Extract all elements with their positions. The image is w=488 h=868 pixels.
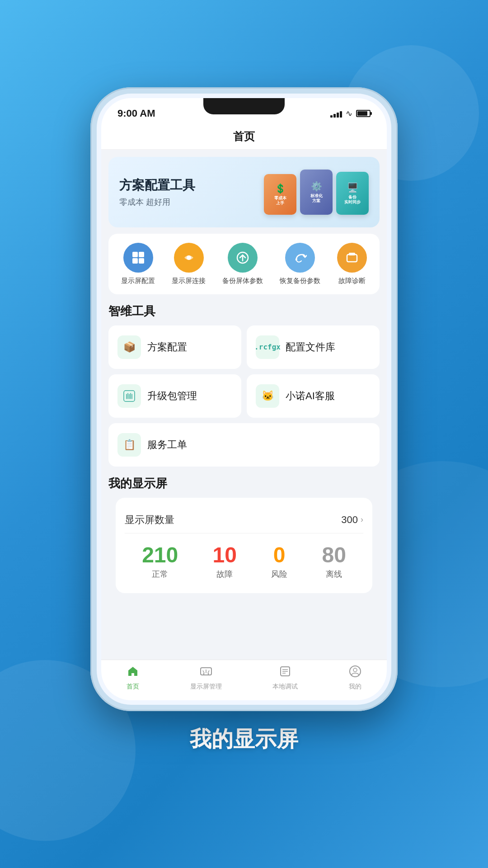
upgrade-icon [117,384,141,408]
content-area[interactable]: 方案配置工具 零成本 超好用 💲 零成本上手 ⚙️ 标准化方案 [101,150,387,660]
svg-rect-1 [139,252,144,257]
card-1-label: 零成本上手 [272,196,288,206]
display-count-label: 显示屏数量 [125,513,174,527]
banner-cards: 💲 零成本上手 ⚙️ 标准化方案 🖥️ 备份实时同步 [264,170,369,215]
phone-wrapper: 9:00 AM ∿ 首页 [90,87,398,711]
stat-normal-value: 210 [142,544,178,566]
svg-rect-2 [132,258,138,264]
display-count-value: 300 › [341,514,363,526]
stat-offline-label: 离线 [326,569,342,580]
quick-actions-row: 显示屏配置 显示屏连接 [113,243,375,285]
banner: 方案配置工具 零成本 超好用 💲 零成本上手 ⚙️ 标准化方案 [108,157,380,227]
action-restore-params[interactable]: 恢复备份参数 [280,243,320,285]
battery-icon [356,110,371,117]
action-label-fault-diag: 故障诊断 [338,276,366,285]
display-connect-icon [174,243,204,273]
stat-normal-label: 正常 [152,569,168,580]
config-library-icon: .rcfgx [256,335,279,359]
tab-local-debug-icon [279,665,291,681]
tab-local-debug[interactable]: 本地调试 [272,665,298,691]
svg-rect-3 [139,258,144,264]
display-section-card: 显示屏数量 300 › 210 正常 [116,498,372,593]
action-fault-diag[interactable]: 故障诊断 [337,243,367,285]
action-backup-params[interactable]: 备份屏体参数 [222,243,263,285]
bottom-spacer [101,593,387,602]
stat-offline-value: 80 [322,544,346,566]
tab-display-mgmt-icon [200,665,212,681]
tab-mine[interactable]: 我的 [349,665,361,691]
quick-actions: 显示屏配置 显示屏连接 [108,234,380,294]
banner-card-3: 🖥️ 备份实时同步 [336,172,369,215]
my-display-title: 我的显示屏 [108,476,380,491]
action-label-display-connect: 显示屏连接 [172,276,206,285]
status-time: 9:00 AM [117,108,155,119]
tool-card-plan-config[interactable]: 📦 方案配置 [108,326,241,369]
backup-params-icon [228,243,258,273]
card-3-icon: 🖥️ [347,182,358,193]
smart-tools-title: 智维工具 [108,303,380,319]
wifi-icon: ∿ [346,108,352,118]
chevron-right-icon: › [361,515,363,524]
stat-offline[interactable]: 80 离线 [322,544,346,580]
plan-config-label: 方案配置 [147,340,187,354]
tool-grid: 📦 方案配置 .rcfgx 配置文件库 [108,326,380,467]
stat-normal[interactable]: 210 正常 [142,544,178,580]
card-2-icon: ⚙️ [311,181,322,192]
tab-display-mgmt[interactable]: 显示屏管理 [190,665,222,691]
banner-card-2: ⚙️ 标准化方案 [300,170,333,215]
card-1-icon: 💲 [275,183,286,194]
display-count-row[interactable]: 显示屏数量 300 › [125,507,363,533]
svg-rect-0 [132,252,138,257]
ai-service-label: 小诺AI客服 [286,389,335,403]
action-label-restore-params: 恢复备份参数 [280,276,320,285]
nav-title: 首页 [233,129,255,144]
work-order-icon: 📋 [117,433,141,457]
smart-tools-section: 智维工具 📦 方案配置 .rcfgx 配置文件库 [108,303,380,467]
display-config-icon [123,243,153,273]
notch [203,98,285,114]
banner-subtitle: 零成本 超好用 [119,197,195,208]
ai-service-icon: 🐱 [256,384,279,408]
banner-card-1: 💲 零成本上手 [264,174,296,215]
fault-diag-icon [337,243,367,273]
tab-home-label: 首页 [127,683,139,691]
tool-card-ai-service[interactable]: 🐱 小诺AI客服 [247,374,380,418]
tab-home-icon [127,665,139,681]
status-icons: ∿ [330,108,371,118]
display-count-number: 300 [341,514,358,526]
action-display-config[interactable]: 显示屏配置 [121,243,155,285]
stat-risk-value: 0 [273,544,286,566]
tab-mine-icon [349,665,361,681]
bottom-label: 我的显示屏 [190,725,298,754]
plan-config-icon: 📦 [117,335,141,359]
signal-icon [330,109,342,118]
svg-rect-7 [349,253,355,255]
work-order-label: 服务工单 [147,438,187,452]
svg-point-28 [353,668,357,672]
my-display-section: 我的显示屏 显示屏数量 300 › 210 [108,476,380,593]
svg-point-4 [187,255,191,260]
stat-fault[interactable]: 10 故障 [213,544,237,580]
nav-bar: 首页 [101,123,387,150]
tool-card-work-order[interactable]: 📋 服务工单 [108,423,380,467]
stats-row: 210 正常 10 故障 0 风险 [125,540,363,584]
phone-inner: 9:00 AM ∿ 首页 [97,94,391,705]
stat-fault-value: 10 [213,544,237,566]
tool-card-config-library[interactable]: .rcfgx 配置文件库 [247,326,380,369]
tab-home[interactable]: 首页 [127,665,139,691]
card-2-label: 标准化方案 [309,193,324,203]
svg-line-22 [208,670,209,673]
tab-mine-label: 我的 [349,683,361,691]
card-3-label: 备份实时同步 [343,195,362,205]
action-label-display-config: 显示屏配置 [121,276,155,285]
tab-local-debug-label: 本地调试 [272,683,298,691]
banner-title: 方案配置工具 [119,177,195,194]
action-label-backup-params: 备份屏体参数 [222,276,263,285]
stat-risk-label: 风险 [271,569,287,580]
stat-risk[interactable]: 0 风险 [271,544,287,580]
action-display-connect[interactable]: 显示屏连接 [172,243,206,285]
tool-card-upgrade[interactable]: 升级包管理 [108,374,241,418]
upgrade-label: 升级包管理 [147,389,197,403]
config-library-label: 配置文件库 [286,340,335,354]
tab-bar: 首页 显示屏管理 [101,660,387,700]
